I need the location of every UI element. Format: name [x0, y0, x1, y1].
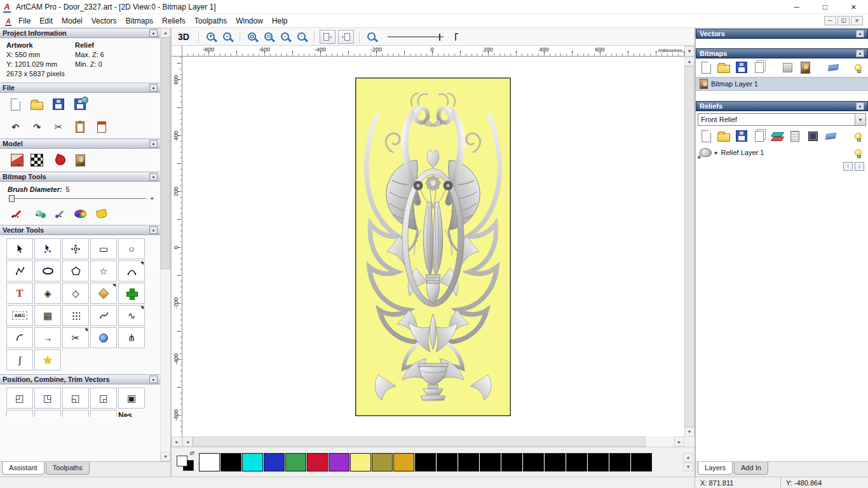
vt-measure-button[interactable]: ◈: [34, 283, 61, 304]
zoom-previous-button[interactable]: [365, 30, 379, 44]
colour-swatch[interactable]: [329, 453, 349, 471]
vt-rectangle-button[interactable]: ▭: [90, 238, 117, 259]
switch-3d-button[interactable]: 3D: [177, 32, 193, 42]
flood-fill-button[interactable]: [95, 210, 108, 218]
palette-button[interactable]: [74, 210, 86, 218]
brush-diameter-slider[interactable]: [8, 198, 147, 199]
collapse-button[interactable]: ▲: [149, 84, 158, 92]
scroll-up-button[interactable]: ▲: [684, 57, 695, 66]
toggle-bitmap-visibility-button[interactable]: [851, 64, 864, 71]
vt-cut-vectors-button[interactable]: ✂: [62, 327, 89, 348]
colour-swatch[interactable]: [609, 453, 630, 471]
pane-splitter-button[interactable]: ►: [172, 437, 182, 447]
scroll-thumb[interactable]: [161, 37, 170, 269]
vt-trim-button[interactable]: [90, 283, 117, 304]
colour-swatch[interactable]: [415, 453, 436, 471]
save-relief-layer-button[interactable]: [735, 130, 748, 142]
undo-button[interactable]: ↶: [9, 122, 22, 132]
vt-circle-button[interactable]: ○: [118, 238, 145, 259]
scroll-left-button[interactable]: ◄: [182, 437, 193, 447]
primary-secondary-colour-chip[interactable]: ⇄: [177, 454, 194, 471]
vt-text-block-button[interactable]: ABC: [6, 305, 33, 326]
colour-swatch[interactable]: [372, 453, 393, 471]
section-position-combine-trim[interactable]: Position, Combine, Trim Vectors ▲: [0, 374, 160, 384]
door-design-artwork[interactable]: [355, 78, 511, 416]
assistant-scrollbar[interactable]: ▲ ▼: [160, 28, 170, 461]
fade-relief-slider[interactable]: [388, 36, 444, 37]
vt-transform-button[interactable]: [62, 238, 89, 259]
relief-layers-stack-button[interactable]: [771, 131, 783, 141]
move-layer-up-button[interactable]: ↑: [843, 162, 853, 171]
colour-blend-button[interactable]: ▸: [31, 210, 43, 217]
pc-scatter-button[interactable]: ∗: [90, 410, 117, 417]
section-model[interactable]: Model ▲: [0, 139, 160, 149]
tab-toolpaths[interactable]: Toolpaths: [46, 462, 90, 475]
vt-wrap-star-button[interactable]: ★: [34, 349, 61, 370]
zoom-extents-button[interactable]: ·: [295, 30, 309, 44]
expander-icon[interactable]: ▸: [715, 149, 718, 156]
vt-distort-button[interactable]: ⋔: [118, 327, 145, 348]
canvas-vertical-scrollbar[interactable]: ▲ ▼: [684, 57, 695, 437]
pc-align-right-button[interactable]: ◳: [34, 388, 61, 409]
relief-stamp-button[interactable]: ▸: [52, 155, 65, 165]
ruler-unit-dropdown-button[interactable]: ▼: [684, 46, 695, 57]
colour-swatch[interactable]: [523, 453, 544, 471]
scroll-track[interactable]: [161, 37, 170, 452]
relief-select-combo[interactable]: Front Relief ▼: [698, 113, 866, 126]
scroll-down-button[interactable]: ▼: [161, 452, 170, 461]
pc-nest-button[interactable]: Nes: [118, 410, 132, 417]
colour-swatch[interactable]: [566, 453, 587, 471]
new-bitmap-layer-button[interactable]: [700, 62, 712, 74]
vt-paste-vector-button[interactable]: [118, 283, 145, 304]
section-file[interactable]: File ▲: [0, 83, 160, 93]
scroll-right-button[interactable]: ►: [674, 437, 684, 447]
duplicate-bitmap-layer-button[interactable]: [753, 62, 766, 73]
pc-align-centre-button[interactable]: ▣: [118, 388, 145, 409]
colour-swatch[interactable]: [480, 453, 501, 471]
tab-addin[interactable]: Add In: [734, 462, 768, 475]
close-button[interactable]: ×: [839, 0, 868, 13]
pc-align-top-button[interactable]: ◱: [62, 388, 89, 409]
tab-layers[interactable]: Layers: [698, 462, 733, 475]
move-layer-down-button[interactable]: ↓: [855, 162, 864, 171]
collapse-button[interactable]: ▲: [149, 29, 158, 37]
slider-thumb[interactable]: [9, 195, 15, 202]
menu-item[interactable]: Model: [57, 15, 87, 27]
merge-bitmap-button[interactable]: [781, 63, 794, 72]
collapse-button[interactable]: ▲: [149, 376, 158, 383]
open-file-button[interactable]: [31, 99, 43, 110]
vt-text-button[interactable]: T: [6, 283, 33, 304]
menu-item[interactable]: Help: [268, 15, 292, 27]
snap-toggle-button[interactable]: ›: [320, 30, 336, 44]
vt-offset-button[interactable]: ◇: [62, 283, 89, 304]
save-file-button[interactable]: [52, 98, 65, 110]
colour-swatch[interactable]: [501, 453, 522, 471]
menu-item[interactable]: File: [14, 15, 35, 27]
relief-layer-row[interactable]: + ▸ Relief Layer 1: [696, 146, 868, 159]
menu-item[interactable]: Toolpaths: [190, 15, 231, 27]
palette-scroll-up-button[interactable]: ▲: [683, 453, 693, 462]
pc-combine-button[interactable]: ⊞: [6, 410, 33, 417]
colour-picker-button[interactable]: ▸: [52, 209, 65, 218]
primary-colour[interactable]: [177, 456, 187, 466]
export-button[interactable]: [74, 98, 86, 110]
menu-item[interactable]: Reliefs: [158, 15, 190, 27]
minimize-button[interactable]: ─: [782, 0, 811, 13]
mdi-close-button[interactable]: ×: [851, 16, 863, 25]
colour-swatch[interactable]: [437, 453, 458, 471]
image-model-button[interactable]: [74, 154, 86, 166]
section-bitmaps[interactable]: Bitmaps ▲: [696, 48, 868, 58]
delete-relief-layer-button[interactable]: [824, 133, 837, 139]
mdi-minimize-button[interactable]: ─: [824, 16, 836, 25]
redo-button[interactable]: ↷: [31, 122, 43, 132]
collapse-button[interactable]: ▲: [149, 140, 158, 147]
pc-group-button[interactable]: ∴: [62, 410, 89, 417]
colour-swatch[interactable]: [393, 453, 414, 471]
collapse-button[interactable]: ▲: [856, 102, 864, 110]
colour-swatch[interactable]: [264, 453, 285, 471]
palette-scrollbar[interactable]: ▲ ▼: [683, 453, 693, 471]
face-wizard-button[interactable]: ▸: [9, 154, 22, 166]
menu-item[interactable]: Vectors: [87, 15, 121, 27]
vt-interpolate-button[interactable]: [90, 327, 117, 348]
vt-arc-button[interactable]: [118, 261, 145, 281]
